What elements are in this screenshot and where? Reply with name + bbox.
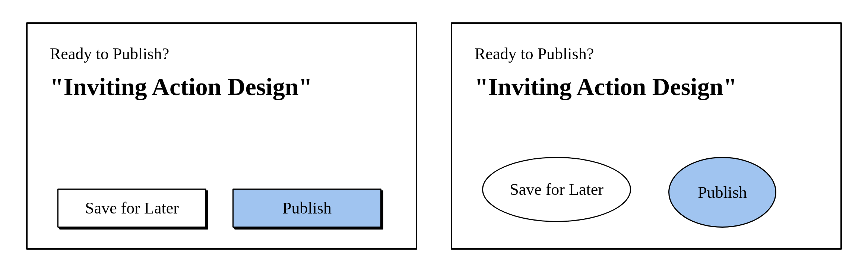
dialog-panel-rect: Ready to Publish? "Inviting Action Desig… [26, 22, 417, 250]
prompt-text: Ready to Publish? [50, 44, 393, 63]
prompt-text: Ready to Publish? [475, 44, 818, 63]
button-row: Save for Later Publish [50, 189, 393, 228]
button-row: Save for Later Publish [475, 157, 818, 228]
publish-button[interactable]: Publish [232, 189, 381, 228]
publish-button[interactable]: Publish [668, 157, 776, 228]
dialog-panel-oval: Ready to Publish? "Inviting Action Desig… [451, 22, 842, 250]
save-for-later-button[interactable]: Save for Later [57, 189, 206, 228]
dialog-title: "Inviting Action Design" [475, 73, 818, 101]
dialog-title: "Inviting Action Design" [50, 73, 393, 101]
save-for-later-button[interactable]: Save for Later [482, 157, 631, 222]
